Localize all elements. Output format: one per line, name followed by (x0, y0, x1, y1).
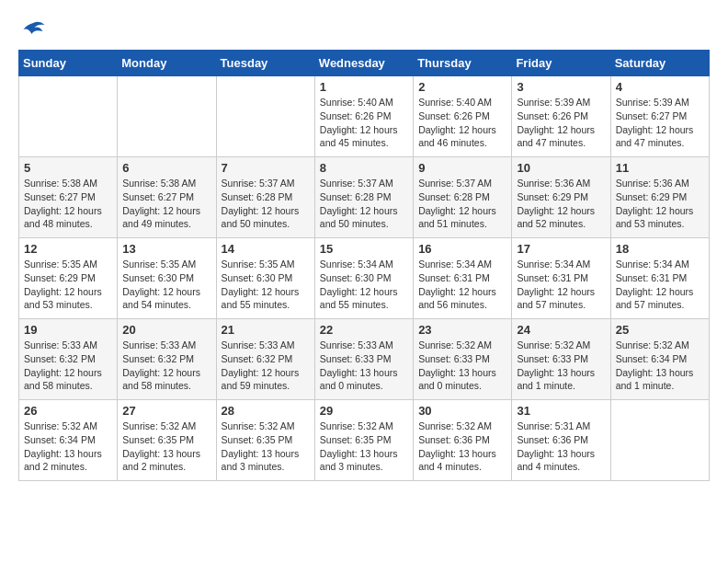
calendar-day-cell: 27Sunrise: 5:32 AMSunset: 6:35 PMDayligh… (118, 400, 216, 481)
day-info: Sunrise: 5:40 AMSunset: 6:26 PMDaylight:… (320, 96, 408, 150)
calendar-day-cell (118, 76, 216, 157)
calendar-day-cell: 12Sunrise: 5:35 AMSunset: 6:29 PMDayligh… (19, 238, 118, 319)
day-number: 5 (24, 161, 112, 175)
day-info: Sunrise: 5:39 AMSunset: 6:27 PMDaylight:… (616, 96, 704, 150)
calendar-day-cell: 25Sunrise: 5:32 AMSunset: 6:34 PMDayligh… (610, 319, 709, 400)
day-number: 31 (517, 404, 605, 418)
day-number: 6 (122, 161, 210, 175)
calendar-day-cell: 13Sunrise: 5:35 AMSunset: 6:30 PMDayligh… (118, 238, 216, 319)
day-info: Sunrise: 5:38 AMSunset: 6:27 PMDaylight:… (24, 177, 112, 231)
day-number: 18 (616, 242, 704, 256)
day-info: Sunrise: 5:34 AMSunset: 6:30 PMDaylight:… (320, 258, 408, 312)
day-number: 16 (418, 242, 506, 256)
calendar-table: SundayMondayTuesdayWednesdayThursdayFrid… (18, 50, 710, 481)
calendar-day-cell: 6Sunrise: 5:38 AMSunset: 6:27 PMDaylight… (118, 157, 216, 238)
calendar-day-cell: 21Sunrise: 5:33 AMSunset: 6:32 PMDayligh… (216, 319, 314, 400)
day-info: Sunrise: 5:37 AMSunset: 6:28 PMDaylight:… (320, 177, 408, 231)
day-info: Sunrise: 5:37 AMSunset: 6:28 PMDaylight:… (222, 177, 310, 231)
calendar-day-cell (216, 76, 314, 157)
day-number: 9 (418, 161, 506, 175)
day-number: 19 (24, 323, 112, 337)
day-number: 10 (517, 161, 605, 175)
day-number: 1 (320, 80, 408, 94)
day-number: 27 (122, 404, 210, 418)
calendar-day-cell: 7Sunrise: 5:37 AMSunset: 6:28 PMDaylight… (216, 157, 314, 238)
day-number: 8 (320, 161, 408, 175)
calendar-day-cell: 1Sunrise: 5:40 AMSunset: 6:26 PMDaylight… (314, 76, 413, 157)
calendar-day-cell: 16Sunrise: 5:34 AMSunset: 6:31 PMDayligh… (414, 238, 512, 319)
calendar-week-row: 19Sunrise: 5:33 AMSunset: 6:32 PMDayligh… (19, 319, 710, 400)
day-of-week-header: Friday (512, 51, 610, 76)
calendar-header-row: SundayMondayTuesdayWednesdayThursdayFrid… (19, 51, 710, 76)
calendar-day-cell (610, 400, 709, 481)
day-info: Sunrise: 5:32 AMSunset: 6:34 PMDaylight:… (24, 419, 112, 474)
day-info: Sunrise: 5:35 AMSunset: 6:29 PMDaylight:… (24, 258, 112, 312)
calendar-day-cell: 14Sunrise: 5:35 AMSunset: 6:30 PMDayligh… (216, 238, 314, 319)
calendar-day-cell (19, 76, 118, 157)
day-number: 25 (616, 323, 704, 337)
day-of-week-header: Thursday (414, 51, 512, 76)
day-number: 2 (418, 80, 506, 94)
day-info: Sunrise: 5:34 AMSunset: 6:31 PMDaylight:… (418, 258, 506, 312)
day-info: Sunrise: 5:40 AMSunset: 6:26 PMDaylight:… (418, 96, 506, 150)
calendar-week-row: 26Sunrise: 5:32 AMSunset: 6:34 PMDayligh… (19, 400, 710, 481)
day-number: 11 (616, 161, 704, 175)
calendar-day-cell: 3Sunrise: 5:39 AMSunset: 6:26 PMDaylight… (512, 76, 610, 157)
day-info: Sunrise: 5:36 AMSunset: 6:29 PMDaylight:… (517, 177, 605, 231)
calendar-day-cell: 18Sunrise: 5:34 AMSunset: 6:31 PMDayligh… (610, 238, 709, 319)
day-of-week-header: Sunday (19, 51, 118, 76)
day-info: Sunrise: 5:32 AMSunset: 6:33 PMDaylight:… (517, 339, 605, 393)
day-number: 24 (517, 323, 605, 337)
day-number: 20 (122, 323, 210, 337)
day-of-week-header: Monday (118, 51, 216, 76)
day-info: Sunrise: 5:32 AMSunset: 6:35 PMDaylight:… (320, 419, 408, 474)
day-info: Sunrise: 5:33 AMSunset: 6:33 PMDaylight:… (320, 339, 408, 393)
day-of-week-header: Saturday (610, 51, 709, 76)
logo-icon (20, 19, 46, 40)
calendar-day-cell: 4Sunrise: 5:39 AMSunset: 6:27 PMDaylight… (610, 76, 709, 157)
day-info: Sunrise: 5:31 AMSunset: 6:36 PMDaylight:… (517, 419, 605, 474)
day-info: Sunrise: 5:32 AMSunset: 6:33 PMDaylight:… (418, 339, 506, 393)
calendar-day-cell: 2Sunrise: 5:40 AMSunset: 6:26 PMDaylight… (414, 76, 512, 157)
calendar-week-row: 5Sunrise: 5:38 AMSunset: 6:27 PMDaylight… (19, 157, 710, 238)
calendar-day-cell: 20Sunrise: 5:33 AMSunset: 6:32 PMDayligh… (118, 319, 216, 400)
day-number: 21 (222, 323, 310, 337)
calendar-day-cell: 10Sunrise: 5:36 AMSunset: 6:29 PMDayligh… (512, 157, 610, 238)
day-info: Sunrise: 5:33 AMSunset: 6:32 PMDaylight:… (122, 339, 210, 393)
day-of-week-header: Wednesday (314, 51, 413, 76)
day-number: 30 (418, 404, 506, 418)
day-number: 23 (418, 323, 506, 337)
calendar-day-cell: 29Sunrise: 5:32 AMSunset: 6:35 PMDayligh… (314, 400, 413, 481)
day-info: Sunrise: 5:34 AMSunset: 6:31 PMDaylight:… (517, 258, 605, 312)
day-number: 17 (517, 242, 605, 256)
calendar-day-cell: 24Sunrise: 5:32 AMSunset: 6:33 PMDayligh… (512, 319, 610, 400)
day-info: Sunrise: 5:33 AMSunset: 6:32 PMDaylight:… (222, 339, 310, 393)
calendar-day-cell: 15Sunrise: 5:34 AMSunset: 6:30 PMDayligh… (314, 238, 413, 319)
calendar-week-row: 1Sunrise: 5:40 AMSunset: 6:26 PMDaylight… (19, 76, 710, 157)
day-number: 22 (320, 323, 408, 337)
day-number: 12 (24, 242, 112, 256)
calendar-day-cell: 23Sunrise: 5:32 AMSunset: 6:33 PMDayligh… (414, 319, 512, 400)
day-of-week-header: Tuesday (216, 51, 314, 76)
day-number: 14 (222, 242, 310, 256)
day-number: 28 (222, 404, 310, 418)
calendar-day-cell: 26Sunrise: 5:32 AMSunset: 6:34 PMDayligh… (19, 400, 118, 481)
calendar-day-cell: 8Sunrise: 5:37 AMSunset: 6:28 PMDaylight… (314, 157, 413, 238)
day-number: 3 (517, 80, 605, 94)
calendar-day-cell: 17Sunrise: 5:34 AMSunset: 6:31 PMDayligh… (512, 238, 610, 319)
day-info: Sunrise: 5:32 AMSunset: 6:36 PMDaylight:… (418, 419, 506, 474)
calendar-day-cell: 28Sunrise: 5:32 AMSunset: 6:35 PMDayligh… (216, 400, 314, 481)
day-info: Sunrise: 5:33 AMSunset: 6:32 PMDaylight:… (24, 339, 112, 393)
logo (18, 18, 46, 40)
calendar-week-row: 12Sunrise: 5:35 AMSunset: 6:29 PMDayligh… (19, 238, 710, 319)
calendar-day-cell: 31Sunrise: 5:31 AMSunset: 6:36 PMDayligh… (512, 400, 610, 481)
day-number: 29 (320, 404, 408, 418)
day-info: Sunrise: 5:34 AMSunset: 6:31 PMDaylight:… (616, 258, 704, 312)
day-number: 13 (122, 242, 210, 256)
page-header (18, 18, 710, 40)
calendar-day-cell: 22Sunrise: 5:33 AMSunset: 6:33 PMDayligh… (314, 319, 413, 400)
day-info: Sunrise: 5:32 AMSunset: 6:34 PMDaylight:… (616, 339, 704, 393)
calendar-day-cell: 30Sunrise: 5:32 AMSunset: 6:36 PMDayligh… (414, 400, 512, 481)
day-info: Sunrise: 5:36 AMSunset: 6:29 PMDaylight:… (616, 177, 704, 231)
day-info: Sunrise: 5:37 AMSunset: 6:28 PMDaylight:… (418, 177, 506, 231)
